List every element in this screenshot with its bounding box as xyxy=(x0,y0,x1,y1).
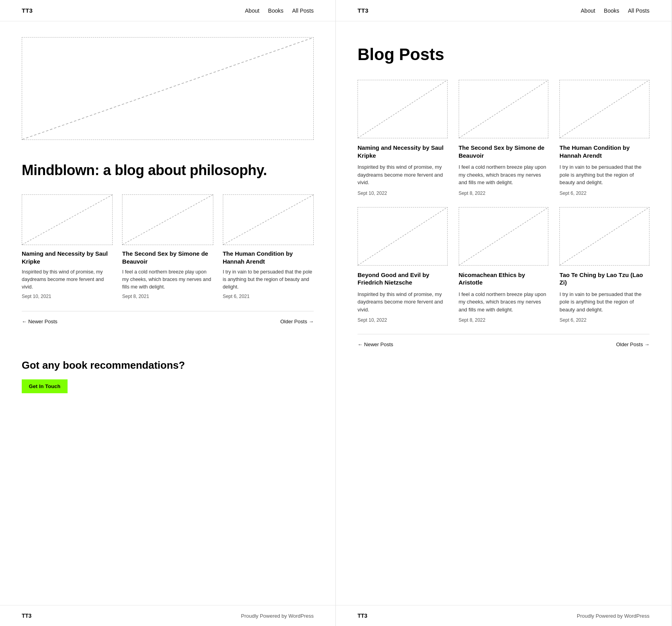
left-panel: TT3 About Books All Posts Mindblown: a b… xyxy=(0,0,336,626)
right-footer-logo: TT3 xyxy=(358,613,367,619)
left-post-excerpt-3: I try in vain to be persuaded that the p… xyxy=(223,268,314,290)
left-post-thumb-1 xyxy=(22,194,113,245)
right-post-2: The Second Sex by Simone de Beauvoir I f… xyxy=(459,80,549,196)
hero-title: Mindblown: a blog about philosophy. xyxy=(22,162,314,179)
left-header: TT3 About Books All Posts xyxy=(0,0,335,21)
right-footer: TT3 Proudly Powered by WordPress xyxy=(336,605,671,626)
cta-title: Got any book recommendations? xyxy=(22,359,314,371)
left-main: Mindblown: a blog about philosophy. Nami… xyxy=(0,21,335,605)
left-post-date-3: Sept 6, 2021 xyxy=(223,294,314,299)
right-posts-row2: Beyond Good and Evil by Friedrich Nietzs… xyxy=(358,207,649,323)
svg-line-0 xyxy=(22,38,313,140)
right-main: Blog Posts Naming and Necessity by Saul … xyxy=(336,21,671,605)
right-post-1: Naming and Necessity by Saul Kripke Insp… xyxy=(358,80,448,196)
svg-line-8 xyxy=(459,207,548,265)
left-post-1: Naming and Necessity by Saul Kripke Insp… xyxy=(22,194,113,299)
left-post-excerpt-1: Inspirited by this wind of promise, my d… xyxy=(22,268,113,290)
right-post-excerpt-4: Inspirited by this wind of promise, my d… xyxy=(358,290,448,314)
right-post-date-3: Sept 6, 2022 xyxy=(559,190,649,196)
svg-line-1 xyxy=(22,195,112,245)
left-logo: TT3 xyxy=(22,7,33,14)
right-footer-powered: Proudly Powered by WordPress xyxy=(577,613,649,619)
svg-line-6 xyxy=(560,80,649,138)
right-post-title-5[interactable]: Nicomachean Ethics by Aristotle xyxy=(459,271,549,287)
left-nav-about[interactable]: About xyxy=(245,8,260,14)
right-post-excerpt-5: I feel a cold northern breeze play upon … xyxy=(459,290,549,314)
svg-line-7 xyxy=(358,207,447,265)
right-nav-allposts[interactable]: All Posts xyxy=(628,8,649,14)
left-post-thumb-3 xyxy=(223,194,314,245)
left-nav-allposts[interactable]: All Posts xyxy=(292,8,314,14)
right-post-title-3[interactable]: The Human Condition by Hannah Arendt xyxy=(559,144,649,159)
left-footer-logo: TT3 xyxy=(22,613,32,619)
right-nav-about[interactable]: About xyxy=(581,8,595,14)
svg-line-3 xyxy=(223,195,313,245)
left-post-3: The Human Condition by Hannah Arendt I t… xyxy=(223,194,314,299)
right-post-date-6: Sept 6, 2022 xyxy=(559,317,649,323)
right-post-excerpt-3: I try in vain to be persuaded that the p… xyxy=(559,163,649,187)
right-post-title-4[interactable]: Beyond Good and Evil by Friedrich Nietzs… xyxy=(358,271,448,287)
right-panel: TT3 About Books All Posts Blog Posts Nam… xyxy=(336,0,672,626)
right-post-title-6[interactable]: Tao Te Ching by Lao Tzu (Lao Zi) xyxy=(559,271,649,287)
left-nav: About Books All Posts xyxy=(245,8,314,14)
right-post-excerpt-2: I feel a cold northern breeze play upon … xyxy=(459,163,549,187)
right-nav-books[interactable]: Books xyxy=(604,8,619,14)
right-post-3: The Human Condition by Hannah Arendt I t… xyxy=(559,80,649,196)
left-post-thumb-2 xyxy=(122,194,213,245)
right-post-date-2: Sept 8, 2022 xyxy=(459,190,549,196)
right-post-thumb-5 xyxy=(459,207,549,266)
hero-image xyxy=(22,37,314,140)
left-footer-powered: Proudly Powered by WordPress xyxy=(241,613,314,619)
right-post-title-2[interactable]: The Second Sex by Simone de Beauvoir xyxy=(459,144,549,159)
right-post-date-5: Sept 8, 2022 xyxy=(459,317,549,323)
left-nav-books[interactable]: Books xyxy=(268,8,284,14)
right-post-6: Tao Te Ching by Lao Tzu (Lao Zi) I try i… xyxy=(559,207,649,323)
right-pagination: ← Newer Posts Older Posts → xyxy=(358,334,649,354)
svg-line-9 xyxy=(560,207,649,265)
right-logo: TT3 xyxy=(358,7,369,14)
right-post-date-4: Sept 10, 2022 xyxy=(358,317,448,323)
left-post-date-1: Sept 10, 2021 xyxy=(22,294,113,299)
right-posts-row1: Naming and Necessity by Saul Kripke Insp… xyxy=(358,80,649,196)
right-post-excerpt-6: I try in vain to be persuaded that the p… xyxy=(559,290,649,314)
left-cta: Got any book recommendations? Get In Tou… xyxy=(22,347,314,405)
right-header: TT3 About Books All Posts xyxy=(336,0,671,21)
left-pagination: ← Newer Posts Older Posts → xyxy=(22,311,314,332)
page-title: Blog Posts xyxy=(358,45,649,64)
svg-line-5 xyxy=(459,80,548,138)
right-post-thumb-4 xyxy=(358,207,448,266)
left-posts-grid: Naming and Necessity by Saul Kripke Insp… xyxy=(22,194,314,299)
left-footer: TT3 Proudly Powered by WordPress xyxy=(0,605,335,626)
right-post-4: Beyond Good and Evil by Friedrich Nietzs… xyxy=(358,207,448,323)
right-post-thumb-3 xyxy=(559,80,649,138)
right-newer-posts[interactable]: ← Newer Posts xyxy=(358,341,393,347)
svg-line-2 xyxy=(122,195,213,245)
left-post-2: The Second Sex by Simone de Beauvoir I f… xyxy=(122,194,213,299)
left-post-title-1[interactable]: Naming and Necessity by Saul Kripke xyxy=(22,250,113,265)
right-post-date-1: Sept 10, 2022 xyxy=(358,190,448,196)
right-post-thumb-6 xyxy=(559,207,649,266)
left-newer-posts[interactable]: ← Newer Posts xyxy=(22,319,57,324)
right-post-5: Nicomachean Ethics by Aristotle I feel a… xyxy=(459,207,549,323)
right-nav: About Books All Posts xyxy=(581,8,649,14)
right-post-excerpt-1: Inspirited by this wind of promise, my d… xyxy=(358,163,448,187)
left-post-title-3[interactable]: The Human Condition by Hannah Arendt xyxy=(223,250,314,265)
right-post-thumb-1 xyxy=(358,80,448,138)
right-older-posts[interactable]: Older Posts → xyxy=(616,341,649,347)
left-post-title-2[interactable]: The Second Sex by Simone de Beauvoir xyxy=(122,250,213,265)
svg-line-4 xyxy=(358,80,447,138)
cta-button[interactable]: Get In Touch xyxy=(22,379,68,393)
right-post-thumb-2 xyxy=(459,80,549,138)
right-post-title-1[interactable]: Naming and Necessity by Saul Kripke xyxy=(358,144,448,159)
left-post-date-2: Sept 8, 2021 xyxy=(122,294,213,299)
left-post-excerpt-2: I feel a cold northern breeze play upon … xyxy=(122,268,213,290)
left-older-posts[interactable]: Older Posts → xyxy=(280,319,314,324)
